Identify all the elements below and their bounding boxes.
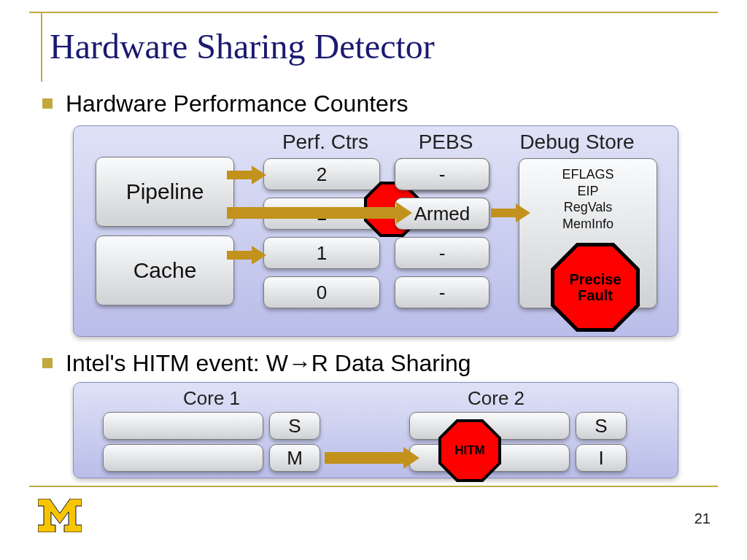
debug-line2: RegVals [564,200,613,214]
umich-logo-icon [38,499,82,532]
bullet-icon [42,358,53,368]
arrow-cache-icon [227,246,268,265]
core2-label: Core 2 [468,387,525,410]
hitm-panel: Core 1 Core 2 S M S I HITM [73,382,678,478]
page-number: 21 [694,510,711,527]
header-debug: Debug Store [504,131,650,154]
bullet-text: Intel's HITM event: W→R Data Sharing [66,350,471,376]
arrow-hitm-icon [325,447,419,469]
header-perfctrs: Perf. Ctrs [271,131,380,154]
core2-state-1: I [576,444,627,472]
core1-state-0: S [269,412,320,440]
pebs-2: - [395,237,489,269]
core1-bot-left [103,444,263,472]
precise-fault-octagon: Precise Fault [554,246,636,328]
core2-state-0: S [576,412,627,440]
debug-line0: EFLAGS [562,167,614,182]
core1-label: Core 1 [183,387,240,410]
top-rule [29,12,718,13]
header-pebs: PEBS [402,131,489,154]
arrow-armed-left-icon [227,202,412,224]
perfctr-2: 1 [263,237,380,269]
debug-line1: EIP [577,184,598,198]
pebs-0b: - [395,158,489,190]
bullet-text: Hardware Performance Counters [66,90,409,117]
perfctr-0: 2 [263,158,380,190]
core1-state-1: M [269,444,320,472]
core1-top-left [103,412,263,440]
cache-box: Cache [96,236,234,306]
hitm-octagon: HITM [441,422,498,479]
bullet-hpc: Hardware Performance Counters [42,90,409,117]
arrow-pipeline-icon [227,166,268,184]
pebs-3: - [395,276,489,308]
arrow-armed-right-icon [491,203,532,222]
bullet-icon [42,98,53,109]
debug-line3: MemInfo [562,217,614,231]
slide-title: Hardware Sharing Detector [50,26,435,66]
bullet-hitm: Intel's HITM event: W→R Data Sharing [42,350,471,377]
bottom-rule [29,486,718,487]
perfctr-3: 0 [263,276,380,308]
title-vertical-rule [41,12,42,82]
hpc-panel: Perf. Ctrs PEBS Debug Store Pipeline Cac… [73,125,678,337]
pipeline-box: Pipeline [96,157,234,227]
